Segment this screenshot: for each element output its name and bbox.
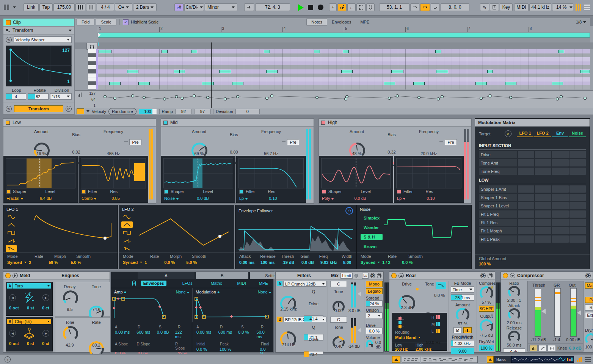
midi-note[interactable] bbox=[343, 50, 349, 53]
device-on-button[interactable] bbox=[503, 273, 508, 278]
high-level-value[interactable]: 0.0 dB bbox=[354, 196, 366, 201]
midi-note[interactable] bbox=[179, 70, 185, 73]
marker-lane[interactable] bbox=[98, 38, 590, 42]
sidechain-view-button[interactable] bbox=[548, 345, 556, 351]
matrix-cell[interactable] bbox=[569, 227, 586, 234]
nudge-down-button[interactable] bbox=[75, 3, 85, 11]
high-res-value[interactable]: 0.10 bbox=[427, 196, 435, 201]
sine-icon[interactable] bbox=[121, 213, 133, 220]
low-level-value[interactable]: 6.4 dB bbox=[40, 196, 52, 201]
mono-button[interactable]: Mono bbox=[366, 281, 383, 287]
knee-value[interactable]: 6.0 dB bbox=[569, 346, 582, 350]
velocity-shaper-graph[interactable]: 127 1 bbox=[6, 46, 72, 86]
env-freq[interactable]: 9.03 kHz bbox=[320, 260, 343, 265]
matrix-cell[interactable] bbox=[569, 202, 586, 209]
ramp-end-field[interactable]: 97 bbox=[194, 109, 211, 114]
band-low-header[interactable]: Low bbox=[3, 119, 156, 127]
mid-level-value[interactable]: 0.0 dB bbox=[197, 196, 209, 201]
matrix-cell[interactable] bbox=[552, 235, 568, 243]
randomize-amount-field[interactable]: 100 bbox=[139, 109, 157, 114]
midi-note[interactable] bbox=[162, 50, 168, 53]
tab-a[interactable]: A bbox=[138, 272, 195, 279]
matrix-cell[interactable] bbox=[552, 194, 568, 201]
amp-release[interactable]: 122 ms bbox=[175, 330, 188, 339]
activity-view-button[interactable] bbox=[529, 345, 538, 351]
band-mid-header[interactable]: Mid bbox=[161, 119, 314, 127]
device-on-button[interactable] bbox=[391, 273, 397, 278]
matrix-cell[interactable] bbox=[569, 194, 586, 201]
transform-apply-button[interactable]: Transform bbox=[14, 105, 63, 112]
mid-shaper-type[interactable]: Noise bbox=[164, 196, 175, 201]
low-shaper-enable[interactable] bbox=[6, 190, 11, 194]
mod-sustain[interactable]: 0.0 % bbox=[238, 330, 256, 339]
new-midi-track-button[interactable]: + bbox=[329, 3, 337, 11]
low-pre-button[interactable]: Pre bbox=[129, 139, 141, 145]
ratio-knob[interactable] bbox=[508, 286, 520, 298]
scrub-area[interactable] bbox=[75, 42, 593, 49]
loop-field[interactable]: 4 bbox=[6, 93, 26, 100]
transform-collapse-caret-icon[interactable] bbox=[69, 30, 72, 31]
envelope-follower-display[interactable] bbox=[238, 214, 354, 252]
midi-note[interactable] bbox=[487, 70, 493, 73]
clip-title-bar[interactable]: Clip bbox=[3, 19, 74, 27]
rms-button[interactable]: RMS bbox=[585, 304, 593, 311]
fb-spectrum-button[interactable] bbox=[463, 327, 472, 333]
midi-note[interactable] bbox=[580, 70, 590, 73]
crossover-low[interactable]: 200 Hz bbox=[395, 347, 408, 351]
fb-freq-field[interactable]: 4.33 kHz bbox=[451, 340, 474, 347]
env-release[interactable]: 100 ms bbox=[260, 260, 282, 265]
midi-note[interactable] bbox=[266, 70, 278, 73]
engine-b-st[interactable]: 0 st bbox=[27, 341, 34, 346]
scale-name-menu[interactable]: Minor bbox=[205, 3, 237, 11]
sc-hpf-button[interactable]: SC HPF bbox=[479, 306, 494, 312]
mix-b-pan[interactable]: C bbox=[330, 317, 347, 323]
midi-note[interactable] bbox=[341, 70, 353, 73]
info-icon[interactable]: i bbox=[5, 356, 11, 362]
low-res-value[interactable]: 0.85 bbox=[111, 196, 119, 201]
midi-map-button[interactable]: MIDI bbox=[514, 3, 529, 11]
session-record-button[interactable] bbox=[337, 3, 347, 11]
low-shaper-type[interactable]: Fractal bbox=[6, 196, 19, 201]
noise-type-simplex[interactable]: Simplex bbox=[361, 215, 383, 221]
loop-button[interactable] bbox=[420, 3, 430, 11]
env-attack[interactable]: 0.00 ms bbox=[239, 260, 260, 265]
midi-note[interactable] bbox=[413, 82, 425, 85]
play-button[interactable] bbox=[298, 4, 304, 11]
track-fold-button[interactable] bbox=[487, 356, 494, 363]
matrix-cell[interactable] bbox=[535, 227, 551, 234]
rotate-field[interactable]: 82 bbox=[28, 93, 48, 100]
loop-selector-button[interactable] bbox=[366, 3, 375, 11]
collapse-caret-icon[interactable] bbox=[13, 6, 16, 8]
midi-note[interactable] bbox=[174, 70, 179, 73]
matrix-cell[interactable] bbox=[535, 194, 551, 201]
nav-midi[interactable]: MIDI bbox=[235, 281, 248, 286]
threshold-value[interactable]: -11.2 dB bbox=[529, 337, 548, 342]
cpu-caret-icon[interactable] bbox=[569, 6, 573, 8]
matrix-source-header[interactable]: Noise bbox=[569, 131, 586, 137]
midi-note[interactable] bbox=[219, 70, 231, 73]
audition-button[interactable] bbox=[345, 207, 353, 215]
mod-attack[interactable]: 0.00 ms bbox=[196, 330, 218, 339]
noise-mode[interactable]: Synced bbox=[361, 260, 375, 265]
save-icon[interactable] bbox=[488, 273, 493, 278]
matrix-cell[interactable] bbox=[552, 210, 568, 218]
groove-menu[interactable]: O● bbox=[115, 3, 132, 11]
global-amount-value[interactable]: 100 % bbox=[479, 262, 586, 266]
track-name-badge[interactable]: Bass bbox=[494, 356, 511, 363]
dry-wet-field[interactable]: 100 % bbox=[479, 345, 494, 351]
tab-mpe[interactable]: MPE bbox=[356, 19, 374, 25]
key-map-button[interactable]: Key bbox=[500, 3, 513, 11]
mid-res-value[interactable]: 0.10 bbox=[269, 196, 277, 201]
noise-smooth[interactable]: 0.0 % bbox=[402, 260, 413, 265]
low-filter-display[interactable]: FilterRes Comb0.85 bbox=[78, 156, 148, 203]
high-shaper-enable[interactable] bbox=[322, 190, 326, 194]
transform-section-header[interactable]: Transform bbox=[3, 27, 74, 35]
midi-note[interactable] bbox=[127, 70, 138, 73]
matrix-cell[interactable] bbox=[518, 194, 534, 201]
matrix-cell[interactable] bbox=[535, 219, 551, 226]
matrix-cell[interactable] bbox=[552, 219, 568, 226]
square-icon[interactable] bbox=[6, 229, 17, 236]
high-shaper-type[interactable]: Poly bbox=[322, 196, 330, 201]
env-thresh[interactable]: -19 dB bbox=[282, 260, 301, 265]
root-note-menu[interactable]: C#/D♭ bbox=[184, 3, 204, 11]
